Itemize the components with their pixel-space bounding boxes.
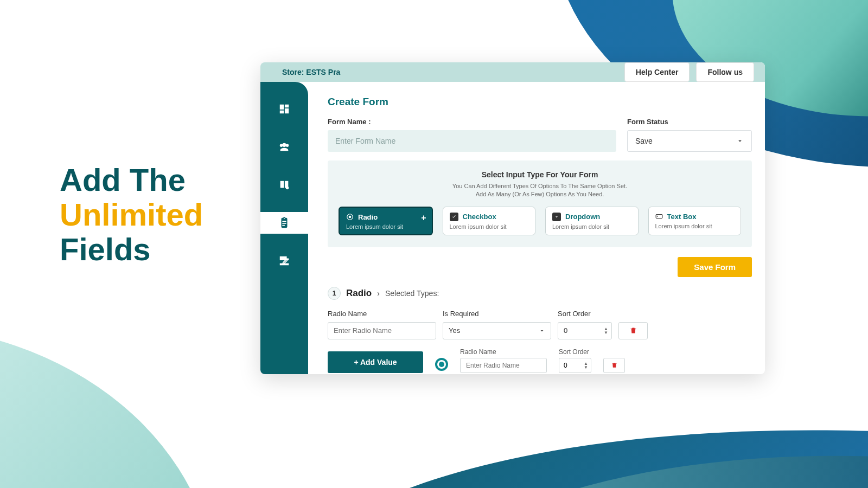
help-center-button[interactable]: Help Center	[624, 62, 690, 82]
type-panel-row: + Radio Lorem ipsum dolor sit	[339, 207, 741, 235]
is-required-label: Is Required	[443, 310, 551, 318]
sidebar	[260, 82, 308, 374]
radio-name-input[interactable]	[328, 322, 436, 339]
app-body: Create Form Form Name : Form Status Save…	[260, 82, 765, 374]
type-card-checkbox[interactable]: Checkbox Lorem ipsum dolor sit	[443, 207, 536, 235]
follow-us-button[interactable]: Follow us	[696, 62, 754, 82]
form-status-label: Form Status	[627, 118, 752, 126]
section-index-badge: 1	[328, 287, 341, 300]
checkbox-icon	[450, 213, 458, 221]
type-card-radio-desc: Lorem ipsum dolor sit	[346, 223, 425, 230]
is-required-select[interactable]: Yes	[443, 322, 551, 339]
section-head: 1 Radio › Selected Types:	[328, 287, 752, 300]
form-meta-row: Form Name : Form Status Save	[328, 118, 752, 152]
radio-name-label: Radio Name	[328, 310, 436, 318]
add-value-button[interactable]: + Add Value	[328, 351, 423, 373]
input-type-panel: Select Input Type For Your Form You Can …	[328, 160, 752, 247]
stepper-down-icon[interactable]: ▼	[584, 365, 588, 369]
topbar-buttons: Help Center Follow us	[624, 62, 754, 82]
headline-line2: Unlimited	[60, 197, 203, 232]
page-title: Create Form	[328, 96, 752, 108]
type-card-dropdown-desc: Lorem ipsum dolor sit	[552, 223, 631, 230]
textbox-icon	[655, 213, 663, 220]
type-panel-subtitle: You Can Add Different Types Of Options T…	[339, 182, 741, 199]
field-config-row: Radio Name Is Required Yes Sort Order 0	[328, 310, 752, 339]
trash-icon	[611, 362, 618, 369]
type-card-dropdown-label: Dropdown	[565, 213, 600, 221]
sort-order-value: 0	[564, 326, 567, 335]
type-card-textbox-label: Text Box	[667, 213, 697, 221]
sidebar-item-edit[interactable]	[260, 250, 308, 272]
stepper-buttons: ▲ ▼	[604, 327, 608, 335]
sort-order-label: Sort Order	[558, 310, 612, 318]
type-card-checkbox-desc: Lorem ipsum dolor sit	[450, 223, 529, 230]
section-subtitle: Selected Types:	[385, 289, 439, 298]
app-window: Store: ESTS Pra Help Center Follow us	[260, 62, 765, 374]
save-form-button[interactable]: Save Form	[678, 257, 752, 277]
form-name-input[interactable]	[328, 130, 616, 152]
chevron-right-icon: ›	[377, 289, 380, 298]
value-sort-order-stepper[interactable]: 0 ▲ ▼	[559, 358, 591, 373]
book-icon	[278, 179, 290, 191]
promo-headline: Add The Unlimited Fields	[60, 163, 203, 266]
type-card-textbox[interactable]: Text Box Lorem ipsum dolor sit	[648, 207, 742, 235]
edit-icon	[278, 255, 290, 267]
value-radio-name-input[interactable]	[460, 358, 547, 373]
svg-point-0	[286, 187, 289, 190]
plus-icon: +	[421, 213, 426, 223]
svg-point-2	[349, 216, 352, 219]
value-row: + Add Value Radio Name Sort Order 0 ▲ ▼	[328, 348, 752, 373]
store-prefix: Store:	[282, 68, 306, 76]
form-name-group: Form Name :	[328, 118, 616, 152]
type-panel-sub1: You Can Add Different Types Of Options T…	[452, 183, 627, 189]
sidebar-item-forms[interactable]	[260, 212, 308, 234]
form-status-value: Save	[635, 137, 653, 145]
store-name: ESTS Pra	[306, 68, 340, 76]
save-row: Save Form	[328, 257, 752, 277]
main-content: Create Form Form Name : Form Status Save…	[308, 82, 765, 374]
topbar: Store: ESTS Pra Help Center Follow us	[260, 62, 765, 82]
sidebar-item-dashboard[interactable]	[260, 98, 308, 120]
dashboard-icon	[278, 103, 290, 115]
value-sort-order-value: 0	[564, 362, 567, 369]
type-panel-title: Select Input Type For Your Form	[339, 170, 741, 179]
svg-rect-3	[656, 215, 662, 219]
headline-line3: Fields	[60, 232, 203, 267]
form-status-group: Form Status Save	[627, 118, 752, 152]
bg-swoosh-bottom-left	[0, 325, 217, 488]
delete-value-button[interactable]	[603, 358, 625, 373]
type-card-checkbox-label: Checkbox	[463, 213, 496, 221]
type-card-radio-label: Radio	[358, 213, 378, 221]
type-card-radio[interactable]: + Radio Lorem ipsum dolor sit	[339, 207, 433, 235]
type-panel-sub2: Add As Many (Or As Few) Options As You N…	[476, 191, 604, 197]
sidebar-item-users[interactable]	[260, 136, 308, 158]
value-sort-order-label: Sort Order	[559, 348, 591, 356]
store-label: Store: ESTS Pra	[282, 68, 340, 76]
dropdown-icon	[552, 213, 561, 221]
type-card-dropdown[interactable]: Dropdown Lorem ipsum dolor sit	[545, 207, 639, 235]
trash-icon	[629, 326, 637, 335]
sidebar-item-docs[interactable]	[260, 174, 308, 196]
delete-field-button[interactable]	[618, 322, 648, 339]
value-radio-name-label: Radio Name	[460, 348, 547, 356]
stepper-down-icon[interactable]: ▼	[604, 331, 608, 335]
clipboard-icon	[278, 217, 290, 229]
users-icon	[278, 141, 290, 153]
chevron-down-icon	[539, 328, 545, 334]
stepper-buttons-mini: ▲ ▼	[584, 362, 588, 369]
radio-icon	[346, 213, 354, 221]
type-card-textbox-desc: Lorem ipsum dolor sit	[655, 223, 735, 229]
sort-order-stepper[interactable]: 0 ▲ ▼	[558, 322, 612, 339]
radio-preview-icon	[435, 358, 448, 371]
form-status-select[interactable]: Save	[627, 130, 752, 152]
headline-line1: Add The	[60, 163, 203, 197]
chevron-down-icon	[736, 137, 744, 145]
is-required-value: Yes	[449, 326, 460, 335]
section-title: Radio	[346, 288, 372, 299]
form-name-label: Form Name :	[328, 118, 616, 126]
